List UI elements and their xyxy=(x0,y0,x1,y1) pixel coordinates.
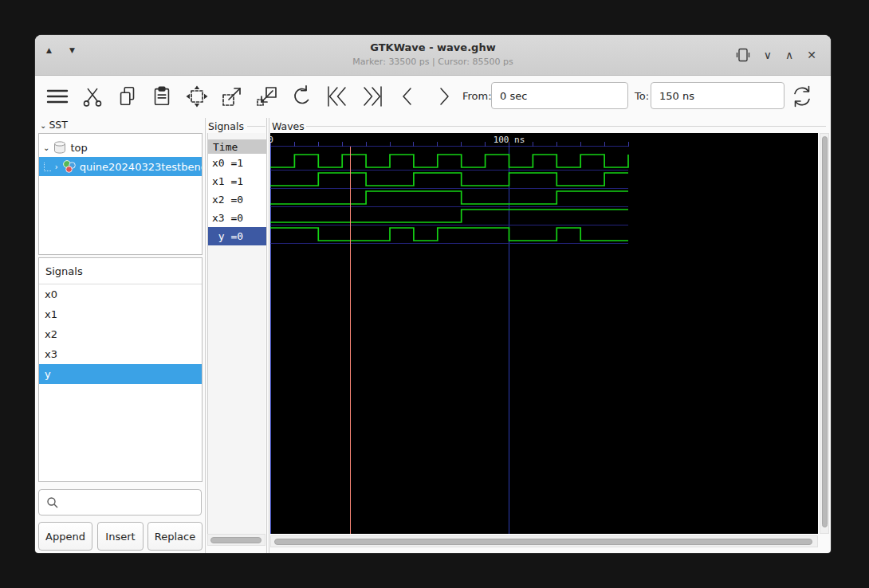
signal-item-x1[interactable]: x1 xyxy=(39,304,202,324)
tree-item-top[interactable]: ⌄ top xyxy=(39,138,202,157)
signal-value-row[interactable]: x2 =0 xyxy=(208,190,266,209)
to-input[interactable] xyxy=(651,82,784,109)
zoom-fit-icon[interactable] xyxy=(183,83,210,110)
marker-cursor-status: Marker: 33500 ps | Cursor: 85500 ps xyxy=(35,57,831,67)
to-label: To: xyxy=(635,90,649,102)
from-label: From: xyxy=(462,90,492,102)
reload-icon[interactable] xyxy=(788,83,816,110)
paste-icon[interactable] xyxy=(148,83,175,110)
waves-panel-header: Waves xyxy=(272,120,305,132)
copy-icon[interactable] xyxy=(114,83,141,110)
database-icon xyxy=(53,140,66,155)
search-input[interactable] xyxy=(64,496,207,509)
signal-value-row[interactable]: x0 =1 xyxy=(208,154,266,172)
signals-hscrollbar[interactable] xyxy=(207,534,265,546)
signal-value-row-selected[interactable]: y =0 xyxy=(208,227,266,245)
titlebar[interactable]: ▲ ▼ GTKWave - wave.ghw Marker: 33500 ps … xyxy=(35,35,831,76)
from-input[interactable] xyxy=(491,82,628,109)
tree-item-label: top xyxy=(70,142,87,154)
undo-icon[interactable] xyxy=(289,83,316,110)
sst-header[interactable]: ⌄SST xyxy=(40,119,68,131)
expander-right-icon[interactable]: › xyxy=(55,163,58,171)
waves-vscrollbar[interactable] xyxy=(820,133,829,534)
go-to-end-icon[interactable] xyxy=(359,83,386,110)
search-icon xyxy=(46,496,59,509)
window-title: GTKWave - wave.ghw xyxy=(35,41,831,53)
window-controls: ∨ ∧ ✕ xyxy=(736,43,816,67)
gtkwave-window: ▲ ▼ GTKWave - wave.ghw Marker: 33500 ps … xyxy=(35,35,831,553)
signal-browser-header: Signals xyxy=(39,258,202,284)
signal-item-y[interactable]: y xyxy=(39,364,202,384)
signal-browser: Signals x0 x1 x2 x3 y xyxy=(38,257,203,482)
insert-button[interactable]: Insert xyxy=(97,522,144,551)
cut-icon[interactable] xyxy=(79,83,106,110)
close-icon[interactable]: ✕ xyxy=(807,49,816,61)
wave-canvas[interactable]: 0100 ns xyxy=(270,133,818,534)
mid-splitter-a[interactable] xyxy=(266,118,267,553)
left-splitter[interactable] xyxy=(205,118,206,553)
signals-panel-header: Signals xyxy=(208,120,244,132)
expander-down-icon[interactable]: ⌄ xyxy=(43,143,49,152)
waves-hscrollbar[interactable] xyxy=(270,535,818,547)
sst-tree: ⌄ top › xyxy=(38,133,203,255)
signals-hscrollbar-thumb[interactable] xyxy=(210,537,261,543)
sst-collapse-icon[interactable]: ⌄ xyxy=(40,121,46,130)
time-header[interactable]: Time xyxy=(208,139,266,155)
tree-guide xyxy=(44,163,51,171)
go-to-start-icon[interactable] xyxy=(324,83,351,110)
waveform-plot: 0100 ns xyxy=(270,133,818,534)
step-left-icon[interactable] xyxy=(395,83,422,110)
step-right-icon[interactable] xyxy=(430,83,457,110)
waves-hscrollbar-thumb[interactable] xyxy=(274,539,812,545)
waves-vscrollbar-thumb[interactable] xyxy=(822,136,828,527)
signals-frame-line xyxy=(247,126,265,127)
signal-item-x3[interactable]: x3 xyxy=(39,344,202,364)
maximize-icon[interactable]: ∧ xyxy=(785,49,793,61)
signal-value-row[interactable]: x3 =0 xyxy=(208,209,266,227)
toolbar: From: To: xyxy=(35,76,831,118)
svg-text:100 ns: 100 ns xyxy=(493,135,525,145)
desktop: ▲ ▼ GTKWave - wave.ghw Marker: 33500 ps … xyxy=(0,0,869,588)
mid-splitter-b[interactable] xyxy=(269,118,269,553)
tree-item-testbench[interactable]: › quine20240323testbenc xyxy=(39,157,202,176)
signal-value-row[interactable]: x1 =1 xyxy=(208,172,266,190)
fullscreen-icon[interactable] xyxy=(736,47,750,63)
zoom-out-icon[interactable] xyxy=(254,83,281,110)
minimize-icon[interactable]: ∨ xyxy=(764,49,772,61)
signal-search-box[interactable] xyxy=(38,489,202,515)
signals-values-panel: Time x0 =1 x1 =1 x2 =0 x3 =0 y =0 xyxy=(207,133,265,534)
replace-button[interactable]: Replace xyxy=(147,522,203,551)
waves-frame-line xyxy=(306,126,826,127)
zoom-in-icon[interactable] xyxy=(218,83,246,110)
append-button[interactable]: Append xyxy=(38,522,92,551)
tree-item-label: quine20240323testbenc xyxy=(80,161,202,173)
signal-item-x0[interactable]: x0 xyxy=(39,284,202,304)
component-icon xyxy=(62,159,77,174)
svg-text:0: 0 xyxy=(270,135,273,145)
menu-icon[interactable] xyxy=(44,83,71,110)
signal-item-x2[interactable]: x2 xyxy=(39,324,202,344)
